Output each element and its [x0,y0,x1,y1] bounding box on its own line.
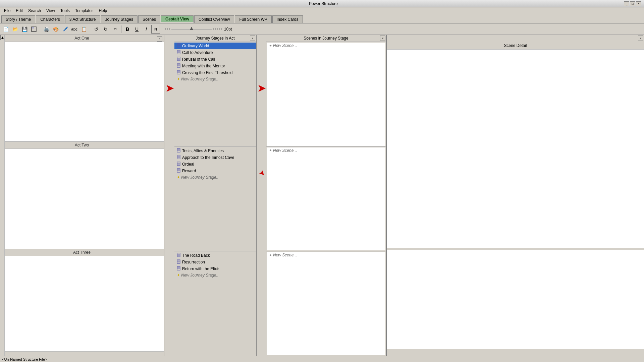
menu-help[interactable]: Help [96,8,110,14]
menu-file[interactable]: File [1,8,13,14]
detail-top-content [387,50,644,248]
open-tool[interactable]: 📂 [11,25,19,34]
left-arrow-area: ➤ [164,35,174,356]
abc-tool[interactable]: abc [70,25,79,34]
scene-group-act1: ✦ New Scene... [266,42,386,147]
act-three-content [5,256,164,356]
journey-stage-icon [176,155,181,160]
journey-item-label: Refusal of the Call [182,57,215,62]
ruler-slider[interactable] [171,27,212,32]
journey-item-label: Reward [182,169,196,173]
act-three-header: Act Three [0,249,164,256]
tab-bar: Story / Theme Characters 3 Act Structure… [0,14,644,23]
tab-conflict-overview[interactable]: Conflict Overview [194,15,234,23]
act-two-section: Act Two [0,142,164,249]
journey-item-label: Meeting with the Mentor [182,64,225,68]
toolbar-sep-1 [40,25,40,33]
maximize-button[interactable]: □ [630,1,635,6]
cut-tool[interactable]: ✂ [111,25,119,34]
journey-item-label: Resurrection [182,260,205,264]
scene-act2-new[interactable]: ✦ New Scene... [267,147,385,154]
journey-stage-icon [176,50,181,55]
menu-edit[interactable]: Edit [13,8,25,14]
journey-panel-close[interactable]: × [250,36,255,41]
journey-stage-icon [176,57,181,62]
journey-list-item[interactable]: Ordinary World [174,43,256,49]
journey-list-item[interactable]: Tests, Allies & Enemies [174,147,256,154]
journey-list-item[interactable]: Ordeal [174,161,256,168]
detail-panel-close[interactable]: × [638,36,643,41]
detail-panel: × Scene Detail [387,35,644,356]
menu-templates[interactable]: Templates [72,8,96,14]
redo-tool[interactable]: ↻ [101,25,110,34]
status-text: <Un-Named Structure File> [2,357,47,361]
normal-tool[interactable]: N [151,25,160,34]
journey-list-item[interactable]: Approach to the Inmost Cave [174,154,256,161]
menu-tools[interactable]: Tools [58,8,72,14]
scene-group-act2: ✦ New Scene... [266,147,386,252]
undo-tool[interactable]: ↺ [92,25,101,34]
menu-search[interactable]: Search [25,8,44,14]
journey-list-item[interactable]: Crossing the First Threshold [174,69,256,76]
minimize-button[interactable]: _ [624,1,629,6]
tab-journey-stages[interactable]: Journey Stages [101,15,138,23]
close-button[interactable]: × [636,1,641,6]
act-panel-close[interactable]: × [157,36,162,42]
svg-rect-34 [177,169,180,172]
tab-3act[interactable]: 3 Act Structure [65,15,100,23]
journey-item-label: Ordeal [182,162,194,167]
tab-full-screen-wp[interactable]: Full Screen WP [235,15,271,23]
act-scrollbar-v[interactable]: ▲ [0,35,5,356]
journey-list-item[interactable]: ✦New Journey Stage.. [174,174,256,180]
save-as-tool[interactable] [30,25,38,34]
tab-story-theme[interactable]: Story / Theme [1,15,35,23]
svg-rect-38 [177,253,180,257]
svg-rect-10 [177,57,180,61]
journey-list-item[interactable]: Call to Adventure [174,49,256,56]
journey-list-item[interactable]: Meeting with the Mentor [174,63,256,69]
tab-characters[interactable]: Characters [36,15,64,23]
new-stage-icon: ✦ [176,175,180,180]
underline-tool[interactable]: U [132,25,141,34]
tab-gestalt-view[interactable]: Gestalt View [161,15,194,23]
bold-tool[interactable]: B [123,25,132,34]
journey-list-item[interactable]: Return with the Elixir [174,265,256,272]
toolbar-sep-3 [121,25,121,33]
scene-act1-new[interactable]: ✦ New Scene... [267,43,385,49]
color-tool[interactable]: 🎨 [51,25,60,34]
scenes-panel-header: Scenes in Journey Stage [266,35,386,42]
menu-view[interactable]: View [44,8,58,14]
scenes-panel-close[interactable]: × [380,36,385,41]
journey-list-item[interactable]: Resurrection [174,259,256,265]
scene-star-icon-1: ✦ [269,44,272,48]
detail-bottom-content [387,250,644,349]
journey-act1-list: Ordinary WorldCall to AdventureRefusal o… [174,42,256,83]
journey-list-item[interactable]: ✦New Journey Stage.. [174,272,256,278]
save-tool[interactable]: 💾 [20,25,29,34]
window-controls[interactable]: _ □ × [624,1,641,6]
scene-act3-new[interactable]: ✦ New Scene... [267,252,385,258]
print-tool[interactable]: 🖨️ [42,25,51,34]
paste-tool[interactable]: 📋 [79,25,88,34]
brush-tool[interactable]: 🖊️ [61,25,69,34]
act-scrollbar-h[interactable] [5,351,164,356]
journey-item-label: Call to Adventure [182,50,213,55]
toolbar-sep-4 [162,25,162,33]
svg-rect-42 [177,260,180,263]
journey-stage-icon [176,266,181,272]
journey-list-item[interactable]: The Road Back [174,252,256,259]
svg-rect-2 [177,44,180,47]
scene-star-icon-2: ✦ [269,148,272,153]
journey-list-item[interactable]: ✦New Journey Stage.. [174,76,256,82]
tab-scenes[interactable]: Scenes [138,15,160,23]
new-tool[interactable]: 📄 [1,25,10,34]
italic-tool[interactable]: I [142,25,151,34]
new-stage-icon: ✦ [176,273,180,278]
right-arrow-area: ➤ ➤ [257,35,266,356]
journey-list-item[interactable]: Reward [174,168,256,174]
svg-rect-46 [177,266,180,270]
journey-list-item[interactable]: Refusal of the Call [174,56,256,63]
toolbar: 📄 📂 💾 🖨️ 🎨 🖊️ abc 📋 ↺ ↻ ✂ B U I N [0,23,644,35]
arrow-act1: ➤ [166,35,173,142]
tab-index-cards[interactable]: Index Cards [272,15,303,23]
